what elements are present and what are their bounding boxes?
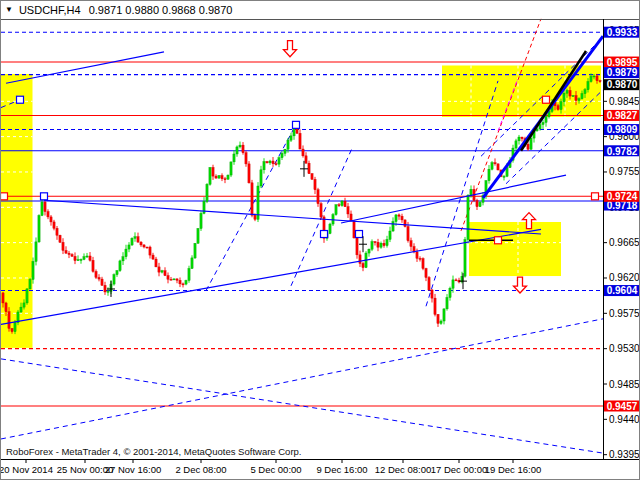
time-tick-label: 2 Dec 08:00 — [175, 464, 226, 475]
price-level-label-text: 0.9782 — [607, 146, 638, 157]
chart-title: ▼USDCHF,H40.9871 0.9880 0.9868 0.9870 — [5, 4, 232, 16]
price-chart-canvas[interactable]: 0.99350.98900.98450.98000.97550.97100.96… — [1, 1, 640, 480]
price-tick-label: 0.9755 — [609, 166, 640, 177]
price-level-label-text: 0.9809 — [607, 124, 638, 135]
price-tick-label: 0.9530 — [609, 343, 640, 354]
symbol-dropdown-icon[interactable]: ▼ — [5, 6, 13, 14]
blue-square-marker — [356, 231, 363, 238]
time-tick-label: 20 Nov 2014 — [1, 464, 53, 475]
red-square-marker — [592, 193, 599, 200]
price-level-label-text: 0.9879 — [607, 67, 638, 78]
price-tick-label: 0.9665 — [609, 237, 640, 248]
time-tick-label: 27 Nov 16:00 — [105, 464, 162, 475]
time-tick-label: 5 Dec 00:00 — [250, 464, 301, 475]
price-level-label-text: 0.9933 — [607, 27, 638, 38]
price-level-label-text: 0.9724 — [607, 191, 638, 202]
price-tick-label: 0.9440 — [609, 414, 640, 425]
time-tick-label: 12 Dec 08:00 — [375, 464, 432, 475]
symbol-period-label: USDCHF,H4 — [19, 4, 81, 16]
highlight-zones — [1, 65, 601, 347]
price-tick-label: 0.9845 — [609, 96, 640, 107]
blue-square-marker — [41, 193, 48, 200]
quote-line: 0.9871 0.9880 0.9868 0.9870 — [89, 4, 233, 16]
red-square-marker — [1, 193, 8, 200]
mt4-chart-window: 0.99350.98900.98450.98000.97550.97100.96… — [0, 0, 640, 480]
copyright-text: RoboForex - MetaTrader 4, © 2001-2014, M… — [4, 446, 303, 457]
price-level-label-text: 0.9870 — [607, 79, 638, 90]
price-level-label-text: 0.9895 — [607, 57, 638, 68]
red-square-marker — [543, 96, 550, 103]
price-axis[interactable]: 0.99350.98900.98450.98000.97550.97100.96… — [603, 25, 640, 460]
time-tick-label: 9 Dec 16:00 — [316, 464, 367, 475]
time-axis[interactable]: 20 Nov 201425 Nov 00:0027 Nov 16:002 Dec… — [1, 460, 541, 475]
price-tick-label: 0.9575 — [609, 308, 640, 319]
time-tick-label: 19 Dec 16:00 — [485, 464, 542, 475]
time-tick-label: 17 Dec 00:00 — [431, 464, 488, 475]
price-tick-label: 0.9485 — [609, 379, 640, 390]
down-arrow-icon — [284, 41, 297, 57]
price-tick-label: 0.9620 — [609, 272, 640, 283]
blue-square-marker — [17, 96, 24, 103]
price-level-label-text: 0.9457 — [607, 401, 638, 412]
blue-square-marker — [321, 231, 328, 238]
red-square-marker — [495, 237, 502, 244]
price-tick-label: 0.9395 — [609, 449, 640, 460]
blue-square-marker — [293, 121, 300, 128]
price-level-label-text: 0.9604 — [607, 285, 638, 296]
price-level-label-text: 0.9827 — [607, 110, 638, 121]
